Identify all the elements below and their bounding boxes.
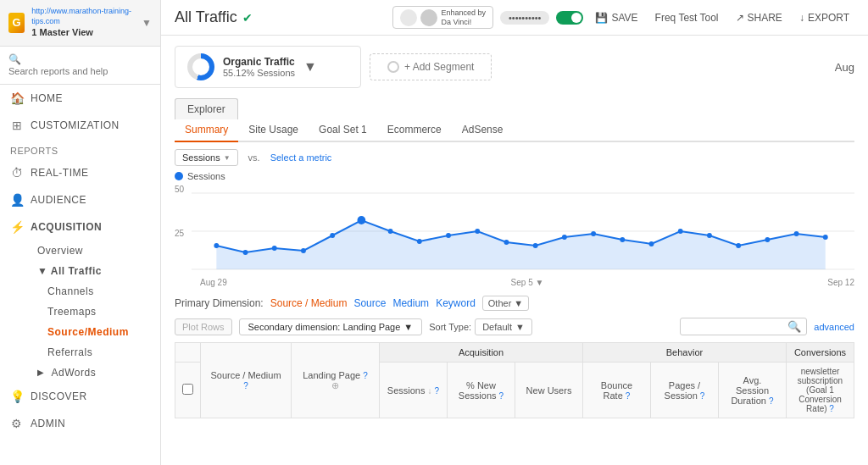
help-newsletter[interactable]: ? [829, 404, 834, 413]
select-all-checkbox[interactable] [182, 384, 193, 395]
other-dropdown[interactable]: Other ▼ [482, 296, 529, 311]
save-button[interactable]: 💾 SAVE [590, 9, 643, 26]
sidebar-item-home[interactable]: 🏠 HOME [0, 85, 160, 112]
svg-point-8 [358, 216, 366, 224]
svg-point-9 [388, 229, 393, 234]
search-icon: 🔍 [8, 53, 21, 65]
help-avg[interactable]: ? [769, 396, 774, 406]
advanced-link[interactable]: advanced [814, 322, 854, 332]
sidebar-item-treemaps-label: Treemaps [47, 306, 97, 318]
dim-link-keyword[interactable]: Keyword [436, 297, 476, 309]
th-landing-page: Landing Page ? ⊕ [292, 343, 380, 418]
svg-point-24 [823, 235, 828, 240]
page-title: All Traffic ✔ [175, 8, 253, 26]
sidebar-item-realtime[interactable]: ⏱ REAL-TIME [0, 159, 160, 186]
metric-dropdown-icon: ▼ [224, 154, 231, 162]
help-icon-source[interactable]: ? [243, 381, 248, 390]
svg-point-17 [620, 237, 625, 242]
chart-svg [192, 185, 854, 278]
date-label: Aug [835, 61, 854, 74]
sidebar-item-overview[interactable]: Overview [27, 241, 160, 261]
sidebar-item-customization-label: CUSTOMIZATION [31, 119, 120, 131]
metric-select[interactable]: Sessions ▼ [175, 149, 238, 166]
sidebar-item-all-traffic-label: ▼ All Traffic [37, 265, 102, 277]
table-search-box[interactable]: 🔍 [680, 318, 807, 335]
sidebar-item-adwords-label: AdWords [52, 367, 97, 379]
th-source-medium: Source / Medium ? [201, 343, 292, 418]
sidebar-item-discover[interactable]: 💡 DISCOVER [0, 383, 160, 410]
primary-dim-active[interactable]: Source / Medium [270, 297, 348, 309]
metric-row: Sessions ▼ vs. Select a metric [175, 149, 854, 166]
sort-select[interactable]: Default ▼ [475, 318, 532, 335]
sidebar-item-audience[interactable]: 👤 AUDIENCE [0, 186, 160, 213]
add-segment-radio [387, 61, 399, 73]
explorer-button[interactable]: Explorer [175, 98, 238, 119]
sidebar-item-channels[interactable]: Channels [37, 281, 160, 302]
secondary-dimension-select[interactable]: Secondary dimension: Landing Page ▼ [239, 318, 423, 335]
sidebar-item-treemaps[interactable]: Treemaps [37, 302, 160, 322]
table-controls: Plot Rows Secondary dimension: Landing P… [175, 318, 854, 335]
search-input[interactable] [8, 66, 152, 76]
segment-info: Organic Traffic 55.12% Sessions [223, 56, 295, 78]
tab-summary[interactable]: Summary [175, 119, 238, 142]
sidebar-item-admin-label: ADMIN [31, 418, 65, 429]
sidebar-item-referrals[interactable]: Referrals [37, 342, 160, 363]
th-acquisition-group: Acquisition [380, 343, 583, 363]
segment-donut [187, 53, 214, 80]
sidebar-item-admin[interactable]: ⚙ ADMIN [0, 410, 160, 437]
help-pages[interactable]: ? [700, 391, 705, 401]
toggle-switch[interactable] [556, 11, 583, 25]
help-sessions[interactable]: ? [435, 386, 440, 396]
secondary-dim-label: Secondary dimension: Landing Page [248, 322, 401, 332]
export-icon: ↓ [799, 12, 804, 24]
sidebar-item-customization[interactable]: ⊞ CUSTOMIZATION [0, 112, 160, 139]
segment-row: Organic Traffic 55.12% Sessions ▼ + Add … [175, 46, 854, 88]
share-button[interactable]: ↗ SHARE [731, 9, 787, 26]
segment-card: Organic Traffic 55.12% Sessions ▼ [175, 46, 361, 88]
th-avg-session: Avg. SessionDuration ? [719, 363, 787, 418]
share-icon: ↗ [736, 12, 744, 24]
export-button[interactable]: ↓ EXPORT [794, 9, 854, 26]
th-behavior-group: Behavior [583, 343, 787, 363]
sidebar-item-adwords[interactable]: ▶ AdWords [27, 363, 160, 383]
tab-ecommerce[interactable]: Ecommerce [377, 119, 452, 142]
dim-link-source[interactable]: Source [353, 297, 386, 309]
enhanced-badge-text: Enhanced byDa Vinci! [441, 8, 486, 27]
vs-text: vs. [248, 152, 260, 163]
svg-point-20 [707, 233, 712, 238]
svg-point-14 [533, 243, 538, 248]
th-new-users: New Users [515, 363, 583, 418]
svg-point-12 [475, 229, 480, 234]
table-search-input[interactable] [686, 322, 787, 332]
tab-goal-set[interactable]: Goal Set 1 [309, 119, 377, 142]
all-traffic-submenu: Channels Treemaps Source/Medium Referral… [27, 281, 160, 363]
help-icon-landing[interactable]: ? [363, 371, 368, 380]
freq-test-button[interactable]: Freq Test Tool [650, 9, 724, 26]
chevron-down-icon[interactable]: ▼ [142, 17, 152, 29]
legend-dot [175, 172, 183, 180]
svg-point-3 [214, 243, 219, 248]
select-metric-link[interactable]: Select a metric [270, 152, 332, 163]
save-icon: 💾 [595, 12, 608, 24]
add-segment-button[interactable]: + Add Segment [370, 53, 492, 80]
dim-link-medium[interactable]: Medium [392, 297, 429, 309]
search-icon[interactable]: 🔍 [787, 320, 801, 333]
segment-name: Organic Traffic [223, 56, 295, 68]
sessions-sort[interactable]: ↓ [428, 386, 432, 396]
tab-adsense[interactable]: AdSense [452, 119, 514, 142]
tab-site-usage[interactable]: Site Usage [238, 119, 309, 142]
sidebar-item-source-medium[interactable]: Source/Medium [37, 322, 160, 342]
sidebar-item-all-traffic[interactable]: ▼ All Traffic [27, 261, 160, 281]
search-bar[interactable]: 🔍 [0, 47, 160, 85]
segment-dropdown-icon[interactable]: ▼ [303, 59, 317, 75]
help-new-sessions[interactable]: ? [499, 391, 504, 401]
svg-point-6 [301, 248, 306, 253]
audience-icon: 👤 [10, 193, 24, 207]
svg-point-23 [794, 231, 799, 236]
export-label: EXPORT [808, 12, 849, 24]
sidebar-item-acquisition[interactable]: ⚡ ACQUISITION [0, 213, 160, 241]
sidebar-account: http://www.marathon-training-tips.com 1 … [31, 7, 135, 39]
profile-text: •••••••••• [509, 13, 542, 23]
help-bounce[interactable]: ? [626, 391, 631, 401]
ga-logo: G [8, 13, 25, 33]
